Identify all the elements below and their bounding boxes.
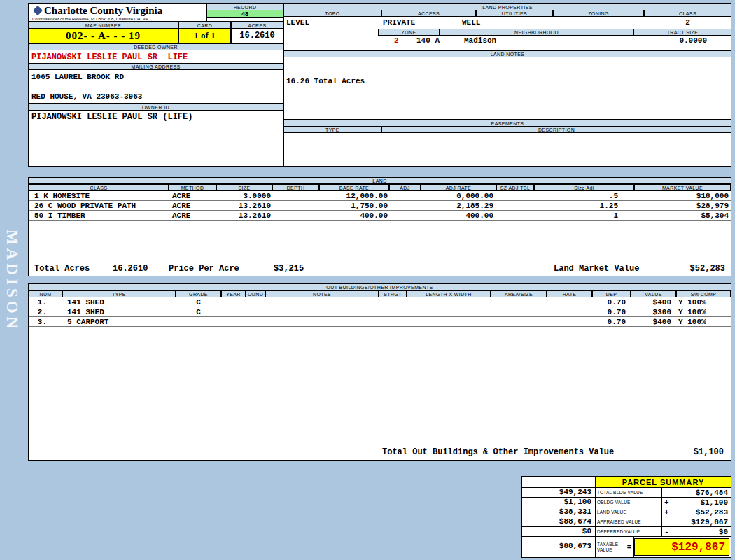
ps-label: APPRAISED VALUE bbox=[596, 517, 662, 527]
land-cell-market-value: $28,979 bbox=[634, 202, 729, 210]
county-subtitle: Commissioner of the Revenue, PO Box 308,… bbox=[32, 17, 148, 21]
ps-current-cell: + $52,283 bbox=[662, 507, 731, 517]
card-value[interactable]: 1 of 1 bbox=[178, 28, 231, 43]
ob-cell-dep: 0.70 bbox=[592, 308, 626, 316]
ob-cell-value: $400 bbox=[631, 318, 671, 326]
deeded-owner-value: PIJANOWSKI LESLIE PAUL SR LIFE bbox=[31, 52, 188, 62]
ps-prior-value: $1,100 bbox=[522, 498, 596, 507]
ps-current-cell: $76,484 bbox=[662, 488, 731, 498]
land-cell-class: 1 K HOMESITE bbox=[34, 192, 90, 200]
record-value[interactable]: 48 bbox=[206, 10, 284, 18]
land-cell-method: ACRE bbox=[172, 202, 190, 210]
ps-current-cell: - $0 bbox=[662, 527, 731, 537]
ps-current-value: $129,867 bbox=[691, 518, 728, 526]
land-cell-market-value: $5,304 bbox=[634, 211, 729, 220]
land-cell-size: 13.2610 bbox=[216, 202, 271, 210]
land-col-size: SIZE bbox=[216, 184, 272, 191]
ob-col-length-width: LENGTH X WIDTH bbox=[407, 290, 491, 298]
ps-operator: = bbox=[624, 537, 634, 557]
parcel-summary: PARCEL SUMMARY $49,243 TOTAL BLDG VALUE … bbox=[522, 476, 732, 558]
land-cell-adj-rate: 2,185.29 bbox=[421, 202, 493, 210]
ob-cell-type: 141 SHED bbox=[67, 308, 104, 316]
deeded-owner-box: PIJANOWSKI LESLIE PAUL SR LIFE bbox=[28, 50, 284, 64]
ob-cell-value: $400 bbox=[631, 298, 671, 307]
ps-current-value: $1,100 bbox=[700, 498, 728, 507]
land-cell-method: ACRE bbox=[172, 192, 190, 200]
land-row: 50 I TIMBER ACRE 13.2610 400.00 400.00 1… bbox=[29, 211, 731, 220]
ps-current-cell: + $1,100 bbox=[662, 498, 731, 507]
land-cell-market-value: $18,000 bbox=[634, 192, 729, 200]
ps-prior-value: $0 bbox=[522, 527, 596, 537]
acres-value[interactable]: 16.2610 bbox=[231, 28, 284, 43]
ps-current-value: $52,283 bbox=[696, 508, 728, 517]
land-cell-base-rate: 400.00 bbox=[319, 211, 388, 220]
class-value: 2 bbox=[644, 18, 732, 27]
ob-cell-num: 2. bbox=[29, 308, 47, 316]
ob-col-num: NUM bbox=[29, 290, 62, 298]
ps-prior-value: $88,673 bbox=[522, 537, 596, 557]
land-notes-value: 16.26 Total Acres bbox=[286, 77, 365, 85]
ob-cell-dep: 0.70 bbox=[592, 318, 626, 326]
land-market-value-label: Land Market Value bbox=[554, 264, 639, 274]
zone-value: 2 bbox=[394, 36, 399, 45]
land-row: 1 K HOMESITE ACRE 3.0000 12,000.00 6,000… bbox=[29, 191, 731, 201]
ob-cell-type: 141 SHED bbox=[67, 298, 104, 307]
parcel-summary-title: PARCEL SUMMARY bbox=[596, 477, 731, 488]
mailing-address-box: 1065 LAUREL BROOK RD RED HOUSE, VA 23963… bbox=[28, 69, 284, 104]
land-table: LAND CLASS METHOD SIZE DEPTH BASE RATE A… bbox=[28, 177, 732, 276]
ps-prior-value: $38,331 bbox=[522, 507, 596, 517]
land-col-depth: DEPTH bbox=[272, 184, 319, 191]
utilities-value: WELL bbox=[462, 18, 480, 27]
ob-cell-s-comp: Y 100% bbox=[678, 298, 706, 307]
land-col-adj: ADJ bbox=[389, 184, 421, 191]
out-buildings-total-label: Total Out Buildings & Other Improvements… bbox=[382, 447, 614, 457]
owner-id-value: PIJANOWSKI LESLIE PAUL SR (LIFE) bbox=[31, 112, 192, 122]
out-buildings-total-value: $1,100 bbox=[694, 447, 724, 457]
zone-label: ZONE bbox=[378, 29, 440, 36]
land-col-class: CLASS bbox=[29, 184, 169, 191]
land-cell-adj-rate: 400.00 bbox=[421, 211, 493, 220]
county-title: Charlotte County Virginia bbox=[44, 5, 162, 17]
out-building-row: 1. 141 SHED C 0.70 $400 Y 100% bbox=[29, 298, 731, 307]
ps-label: DEFERRED VALUE bbox=[596, 527, 662, 537]
zone-extra: 140 A bbox=[416, 36, 440, 45]
out-buildings-table: OUT BUILDINGS/OTHER IMPROVEMENTS NUM TYP… bbox=[28, 284, 732, 461]
ps-label: LAND VALUE bbox=[596, 507, 662, 517]
ob-cell-s-comp: Y 100% bbox=[678, 318, 706, 326]
ps-operator: + bbox=[664, 508, 669, 517]
land-cell-size: 3.0000 bbox=[216, 192, 271, 200]
ps-operator: + bbox=[664, 498, 669, 507]
ob-cell-dep: 0.70 bbox=[592, 298, 626, 307]
land-total-acres-label: Total Acres bbox=[34, 264, 90, 274]
land-cell-base-rate: 1,750.00 bbox=[319, 202, 388, 210]
owner-id-box: PIJANOWSKI LESLIE PAUL SR (LIFE) bbox=[28, 110, 284, 167]
out-buildings-section-label: OUT BUILDINGS/OTHER IMPROVEMENTS bbox=[28, 284, 732, 290]
land-price-per-acre-value: $3,215 bbox=[274, 264, 304, 274]
county-seal-icon bbox=[33, 6, 43, 15]
ob-cell-value: $300 bbox=[631, 308, 671, 316]
land-col-adj-rate: ADJ RATE bbox=[421, 184, 496, 191]
ps-label: TOTAL BLDG VALUE bbox=[596, 488, 662, 498]
ob-col-s-comp: S% COMP bbox=[676, 290, 731, 298]
ob-col-dep: DEP bbox=[592, 290, 631, 298]
ps-prior-value: $88,674 bbox=[522, 517, 596, 527]
ob-cell-grade: C bbox=[176, 298, 221, 307]
land-price-per-acre-label: Price Per Acre bbox=[169, 264, 239, 274]
ps-header-spacer bbox=[522, 477, 596, 488]
ps-current-cell: $129,867 bbox=[662, 517, 731, 527]
map-number-value[interactable]: 002- - A- - - 19 bbox=[28, 28, 178, 43]
land-cell-base-rate: 12,000.00 bbox=[319, 192, 388, 200]
tract-size-value: 0.0000 bbox=[634, 36, 707, 45]
land-cell-method: ACRE bbox=[172, 211, 190, 220]
land-notes-box: 16.26 Total Acres bbox=[284, 57, 732, 120]
land-total-acres-value: 16.2610 bbox=[113, 264, 148, 274]
topo-value: LEVEL bbox=[286, 18, 309, 27]
ob-cell-s-comp: Y 100% bbox=[678, 308, 706, 316]
land-market-value-total: $52,283 bbox=[690, 264, 725, 274]
ob-col-grade: GRADE bbox=[176, 290, 221, 298]
easements-box bbox=[284, 132, 732, 167]
land-col-sz-adj-tbl: SZ ADJ TBL bbox=[496, 184, 534, 191]
ps-operator: - bbox=[664, 528, 669, 536]
ob-col-type: TYPE bbox=[62, 290, 176, 298]
neighborhood-value: Madison bbox=[464, 36, 496, 45]
